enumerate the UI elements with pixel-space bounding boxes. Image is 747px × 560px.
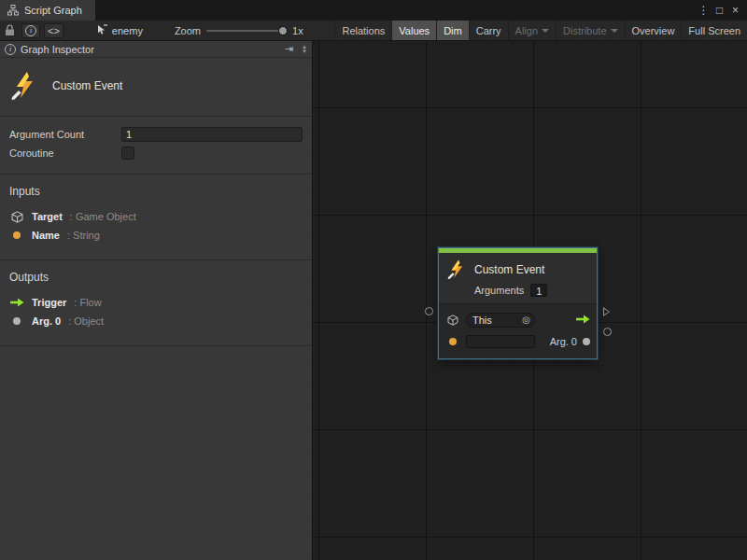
io-name: Arg. 0 xyxy=(32,315,61,327)
outputs-title: Outputs xyxy=(9,271,303,284)
titlebar: Script Graph ⋮ □ × xyxy=(0,0,747,21)
flow-arrow-icon xyxy=(575,315,590,326)
full-screen-button[interactable]: Full Screen xyxy=(681,21,747,40)
values-button[interactable]: Values xyxy=(391,21,436,40)
zoom-label: Zoom xyxy=(175,25,201,36)
tab-label: Script Graph xyxy=(24,5,82,16)
node-title: Custom Event xyxy=(474,263,544,276)
stepper-down-icon[interactable]: ▼ xyxy=(302,49,307,54)
io-type: : Object xyxy=(68,315,104,327)
argument-count-row: Argument Count xyxy=(9,125,303,144)
zoom-control: Zoom 1x xyxy=(175,25,303,36)
code-view-button[interactable]: <> xyxy=(44,23,63,38)
relations-button[interactable]: Relations xyxy=(334,21,391,40)
window-controls: ⋮ □ × xyxy=(696,0,747,21)
io-name: Name xyxy=(32,230,60,241)
coroutine-label: Coroutine xyxy=(9,147,121,159)
code-icon: <> xyxy=(48,25,60,36)
game-object-cube-icon xyxy=(445,315,460,326)
string-port-icon xyxy=(445,338,460,345)
object-picker-icon[interactable]: ◎ xyxy=(522,315,530,325)
window-menu-icon[interactable]: ⋮ xyxy=(696,0,712,21)
custom-event-icon xyxy=(446,259,467,281)
chevron-down-icon xyxy=(611,29,618,33)
lock-icon[interactable] xyxy=(0,21,20,40)
carry-button[interactable]: Carry xyxy=(469,21,508,40)
string-port-icon xyxy=(9,231,24,239)
io-type: : Game Object xyxy=(70,211,136,222)
graph-inspector-title: Graph Inspector xyxy=(21,44,94,55)
inputs-section: Inputs Target : Game Object Name : Strin… xyxy=(0,175,312,260)
graph-name-label: enemy xyxy=(112,25,143,36)
maximize-icon[interactable]: □ xyxy=(712,0,727,21)
graph-canvas[interactable]: Custom Event Arguments 1 This ◎ xyxy=(313,41,747,560)
info-icon: i xyxy=(5,44,16,55)
node-input-port[interactable] xyxy=(425,307,433,315)
io-name: Trigger xyxy=(32,297,66,308)
coroutine-checkbox[interactable] xyxy=(121,147,134,160)
input-row-name: Name : String xyxy=(9,226,303,245)
io-type: : String xyxy=(67,230,100,241)
object-port-icon xyxy=(9,317,24,325)
inputs-title: Inputs xyxy=(9,185,303,198)
arg0-input[interactable] xyxy=(466,335,535,348)
flow-arrow-icon xyxy=(9,298,24,307)
dock-panel-icon[interactable]: ⇥ xyxy=(285,43,293,55)
toolbar-buttons: Relations Values Dim Carry Align Distrib… xyxy=(334,21,747,40)
coroutine-row: Coroutine xyxy=(9,144,303,162)
tab-script-graph[interactable]: Script Graph xyxy=(0,0,95,21)
argument-count-label: Argument Count xyxy=(9,129,121,140)
object-port-icon xyxy=(583,338,590,345)
node-arg0-row: Arg. 0 xyxy=(445,332,590,351)
close-icon[interactable]: × xyxy=(727,0,743,21)
node-header[interactable]: Custom Event Arguments 1 xyxy=(439,253,597,303)
align-dropdown[interactable]: Align xyxy=(508,21,556,40)
unit-header: Custom Event xyxy=(0,58,312,117)
output-row-arg0: Arg. 0 : Object xyxy=(9,312,303,330)
node-body: This ◎ Arg. 0 xyxy=(439,303,597,358)
unit-fields: Argument Count Coroutine xyxy=(0,117,312,175)
zoom-slider[interactable] xyxy=(206,30,287,32)
node-target-row: This ◎ xyxy=(445,311,590,329)
target-value: This xyxy=(472,315,492,326)
arg0-label: Arg. 0 xyxy=(550,336,577,347)
io-name: Target xyxy=(32,211,63,222)
graph-name[interactable]: enemy xyxy=(97,24,143,37)
dim-button[interactable]: Dim xyxy=(436,21,469,40)
toolbar: i <> enemy Zoom 1x Relations Values Dim … xyxy=(0,21,747,41)
unit-title: Custom Event xyxy=(52,79,122,92)
script-graph-icon xyxy=(7,5,19,16)
argument-count-input[interactable] xyxy=(121,127,303,142)
custom-event-node[interactable]: Custom Event Arguments 1 This ◎ xyxy=(438,247,598,359)
panel-stepper[interactable]: ▲ ▼ xyxy=(302,45,307,54)
overview-button[interactable]: Overview xyxy=(625,21,682,40)
info-button[interactable]: i xyxy=(21,23,40,38)
output-row-trigger: Trigger : Flow xyxy=(9,293,303,312)
zoom-slider-knob[interactable] xyxy=(278,26,288,35)
io-type: : Flow xyxy=(74,297,101,308)
info-icon: i xyxy=(25,25,36,36)
chevron-down-icon xyxy=(542,29,549,33)
distribute-dropdown[interactable]: Distribute xyxy=(556,21,624,40)
input-row-target: Target : Game Object xyxy=(9,207,303,226)
graph-inspector-panel: i Graph Inspector ⇥ ▲ ▼ Custom Event Arg… xyxy=(0,41,313,560)
custom-event-icon xyxy=(9,70,39,102)
arguments-value[interactable]: 1 xyxy=(530,284,547,297)
outputs-section: Outputs Trigger : Flow Arg. 0 : Object xyxy=(0,260,312,346)
target-object-select[interactable]: This ◎ xyxy=(466,313,535,328)
graph-inspector-header: i Graph Inspector ⇥ ▲ ▼ xyxy=(0,41,312,58)
game-object-cube-icon xyxy=(9,211,24,223)
arguments-label: Arguments xyxy=(474,285,524,296)
pointer-icon xyxy=(97,24,107,37)
zoom-value: 1x xyxy=(292,25,303,36)
node-arg0-output-port[interactable] xyxy=(603,328,612,336)
node-flow-output-port[interactable] xyxy=(603,307,610,316)
